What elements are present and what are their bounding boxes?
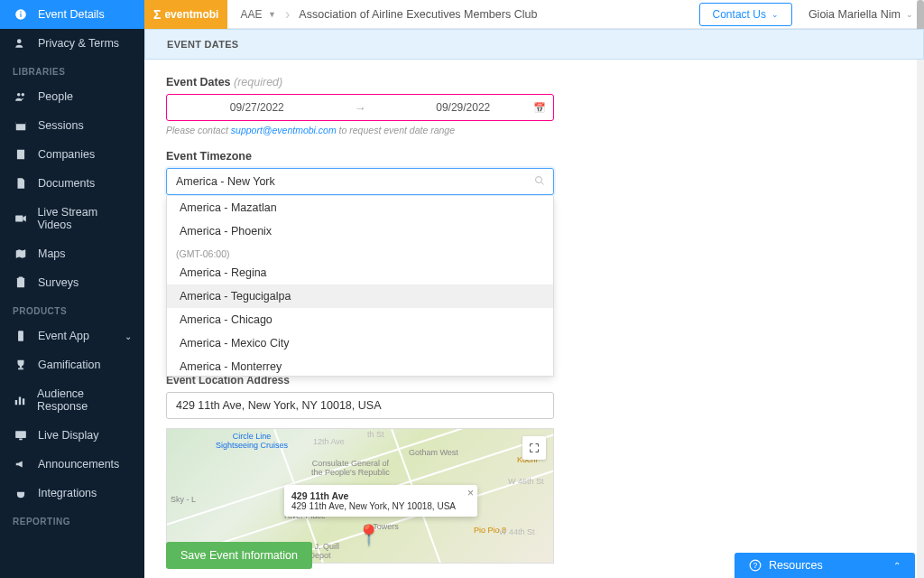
sidebar-item-announcements[interactable]: Announcements [0,450,144,479]
map-info-window: 429 11th Ave 429 11th Ave, New York, NY … [284,485,477,517]
svg-point-4 [17,93,21,97]
sidebar-item-gamification[interactable]: Gamification [0,350,144,379]
mobile-icon [13,330,29,342]
map-poi: Gotham West [409,449,458,458]
timezone-label: Event Timezone [166,150,902,163]
svg-rect-17 [23,398,24,405]
dropdown-item[interactable]: America - Phoenix [167,219,553,243]
sidebar-item-surveys[interactable]: Surveys [0,268,144,297]
dropdown-item[interactable]: America - Tegucigalpa [167,284,553,308]
chart-icon [13,394,28,406]
svg-rect-7 [16,122,26,124]
map-poi: Circle LineSightseeing Cruises [216,433,288,451]
chevron-down-icon: ⌄ [125,331,132,341]
sidebar-item-companies[interactable]: Companies [0,140,144,169]
sidebar-item-event-details[interactable]: Event Details [0,0,144,29]
close-icon[interactable]: × [467,487,474,499]
label-text: Event Dates [166,76,231,89]
event-dates-block: Event Dates (required) 09/27/2022 → 09/2… [144,60,924,143]
sidebar-item-integrations[interactable]: Integrations [0,479,144,508]
sidebar-item-label: Live Stream Videos [37,206,132,231]
user-name: Gioia Mariella Nim [808,8,901,21]
save-button[interactable]: Save Event Information [166,542,312,569]
map-poi: W 44th St [499,528,535,537]
caret-down-icon: ▼ [268,10,276,19]
sidebar-item-privacy[interactable]: Privacy & Terms [0,29,144,58]
sidebar-item-label: Integrations [38,487,97,499]
svg-rect-15 [15,400,17,405]
event-dates-label: Event Dates (required) [166,76,902,89]
document-icon [13,177,29,190]
end-date[interactable]: 09/29/2022 [374,101,554,114]
contact-label: Contact Us [713,8,766,21]
svg-rect-11 [19,277,23,279]
chevron-down-icon: ⌄ [772,10,779,19]
arrow-right-icon: → [347,101,374,115]
calendar-icon[interactable]: 📅 [533,102,546,114]
map-info-title: 429 11th Ave [291,490,456,501]
location-input[interactable] [166,392,554,419]
sidebar-item-people[interactable]: People [0,82,144,111]
sidebar-item-live-display[interactable]: Live Display [0,421,144,450]
user-menu[interactable]: Gioia Mariella Nim⌄ [808,8,913,21]
timezone-input[interactable] [166,168,554,195]
sidebar-item-label: Announcements [38,458,119,471]
svg-rect-9 [15,216,23,222]
breadcrumb-code[interactable]: AAE ▼ [240,8,276,21]
sidebar-item-event-app[interactable]: Event App⌄ [0,322,144,350]
section-header: EVENT DATES [144,29,924,60]
clipboard-icon [13,276,29,289]
sidebar-item-label: Event App [38,330,89,342]
sidebar-item-livestream[interactable]: Live Stream Videos [0,198,144,239]
sidebar-item-maps[interactable]: Maps [0,239,144,268]
monitor-icon [13,429,29,442]
map-poi: th St [367,431,384,440]
calendar-icon [13,119,29,132]
trophy-icon [13,359,29,371]
svg-point-20 [536,177,542,183]
svg-text:?: ? [753,562,758,570]
people-icon [13,90,29,103]
map-marker-icon: 📍 [356,524,381,547]
sidebar-item-label: People [38,90,73,103]
support-email-link[interactable]: support@eventmobi.com [231,125,337,135]
sidebar-header-products: PRODUCTS [0,297,144,322]
start-date[interactable]: 09/27/2022 [167,101,347,114]
map-poi: Consulate General ofthe People's Republi… [311,460,390,478]
help-icon: ? [749,559,762,572]
dropdown-item[interactable]: America - Mexico City [167,331,553,355]
svg-rect-13 [20,366,22,368]
logo[interactable]: Σeventmobi [144,0,227,29]
resources-panel-toggle[interactable]: ? Resources ⌃ [735,553,915,578]
sidebar-item-label: Sessions [38,119,84,132]
svg-rect-14 [18,368,23,370]
info-icon [13,8,29,21]
dropdown-item[interactable]: America - Chicago [167,308,553,331]
breadcrumb-title: Association of Airline Executives Member… [299,8,537,21]
resources-label: Resources [769,559,823,572]
date-range-picker[interactable]: 09/27/2022 → 09/29/2022 📅 [166,94,554,121]
breadcrumb-separator-icon: › [285,6,290,23]
svg-rect-19 [19,439,23,441]
sidebar-item-audience-response[interactable]: Audience Response [0,379,144,421]
contact-us-button[interactable]: Contact Us⌄ [699,3,792,26]
sidebar-item-sessions[interactable]: Sessions [0,111,144,140]
sidebar: Event Details Privacy & Terms LIBRARIES … [0,0,144,578]
sidebar-item-documents[interactable]: Documents [0,169,144,198]
dropdown-item[interactable]: America - Regina [167,261,553,284]
fullscreen-button[interactable] [522,436,546,460]
sidebar-item-label: Event Details [38,8,105,21]
sidebar-item-label: Maps [38,247,66,260]
svg-rect-16 [19,397,21,406]
chevron-down-icon: ⌄ [906,10,913,19]
sidebar-item-label: Audience Response [37,387,132,413]
svg-rect-1 [20,14,21,17]
brand-name: eventmobi [164,8,218,21]
map-poi: 12th Ave [313,438,345,447]
building-icon [13,148,29,161]
user-lock-icon [13,37,29,50]
video-icon [13,212,28,225]
dropdown-item[interactable]: America - Monterrey [167,355,553,377]
dropdown-item[interactable]: America - Mazatlan [167,196,553,219]
svg-rect-12 [18,331,23,341]
